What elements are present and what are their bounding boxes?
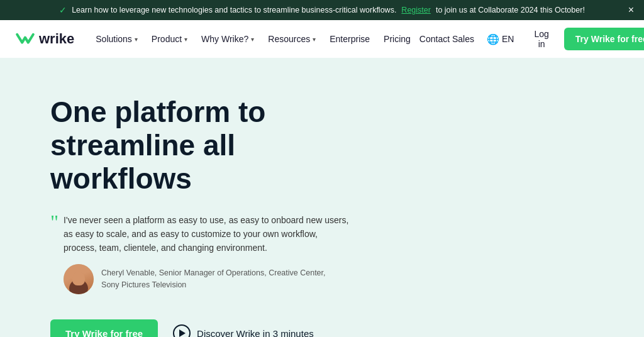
wrike-logo-icon — [15, 31, 35, 47]
hero-section: One platform to streamline all workflows… — [0, 58, 644, 337]
quote-author: Cheryl Venable, Senior Manager of Operat… — [64, 264, 352, 294]
resources-chevron-icon: ▾ — [313, 36, 316, 43]
quote-block: " I've never seen a platform as easy to … — [50, 213, 352, 294]
avatar-face — [64, 264, 94, 294]
logo[interactable]: wrike — [15, 31, 74, 47]
why-wrike-chevron-icon: ▾ — [251, 36, 254, 43]
announcement-bar: ✓ Learn how to leverage new technologies… — [0, 0, 644, 20]
play-icon — [173, 324, 191, 337]
logo-text: wrike — [39, 31, 74, 47]
announcement-link[interactable]: Register — [401, 6, 431, 14]
hero-title: One platform to streamline all workflows — [50, 96, 377, 196]
nav-resources[interactable]: Resources ▾ — [262, 29, 322, 49]
nav-cta-button[interactable]: Try Wrike for free — [564, 28, 644, 50]
hero-cta-button[interactable]: Try Wrike for free — [50, 319, 158, 337]
quote-text: I've never seen a platform as easy to us… — [64, 213, 352, 255]
nav-pricing[interactable]: Pricing — [377, 29, 417, 49]
announcement-text-after: to join us at Collaborate 2024 this Octo… — [436, 6, 585, 14]
product-chevron-icon: ▾ — [184, 36, 187, 43]
navbar: wrike Solutions ▾ Product ▾ Why Wrike? ▾… — [0, 20, 644, 58]
nav-product[interactable]: Product ▾ — [145, 29, 194, 49]
announcement-close-button[interactable]: × — [628, 5, 634, 15]
hero-buttons: Try Wrike for free Discover Wrike in 3 m… — [50, 319, 594, 337]
nav-enterprise[interactable]: Enterprise — [323, 29, 376, 49]
solutions-chevron-icon: ▾ — [135, 36, 138, 43]
author-info: Cheryl Venable, Senior Manager of Operat… — [101, 267, 325, 291]
play-triangle-icon — [179, 329, 186, 337]
check-icon: ✓ — [59, 5, 67, 15]
nav-why-wrike[interactable]: Why Wrike? ▾ — [195, 29, 260, 49]
quote-content: I've never seen a platform as easy to us… — [64, 213, 352, 294]
globe-icon: 🌐 — [487, 33, 499, 45]
nav-links: Solutions ▾ Product ▾ Why Wrike? ▾ Resou… — [89, 29, 417, 49]
login-button[interactable]: Log in — [526, 25, 556, 53]
language-button[interactable]: 🌐 EN — [482, 30, 519, 49]
avatar — [64, 264, 94, 294]
quote-marks-icon: " — [50, 212, 56, 232]
discover-button[interactable]: Discover Wrike in 3 minutes — [173, 324, 314, 337]
nav-right: Contact Sales 🌐 EN Log in Try Wrike for … — [419, 25, 644, 53]
nav-solutions[interactable]: Solutions ▾ — [89, 29, 144, 49]
announcement-text: Learn how to leverage new technologies a… — [72, 6, 396, 14]
contact-sales-link[interactable]: Contact Sales — [419, 34, 474, 44]
